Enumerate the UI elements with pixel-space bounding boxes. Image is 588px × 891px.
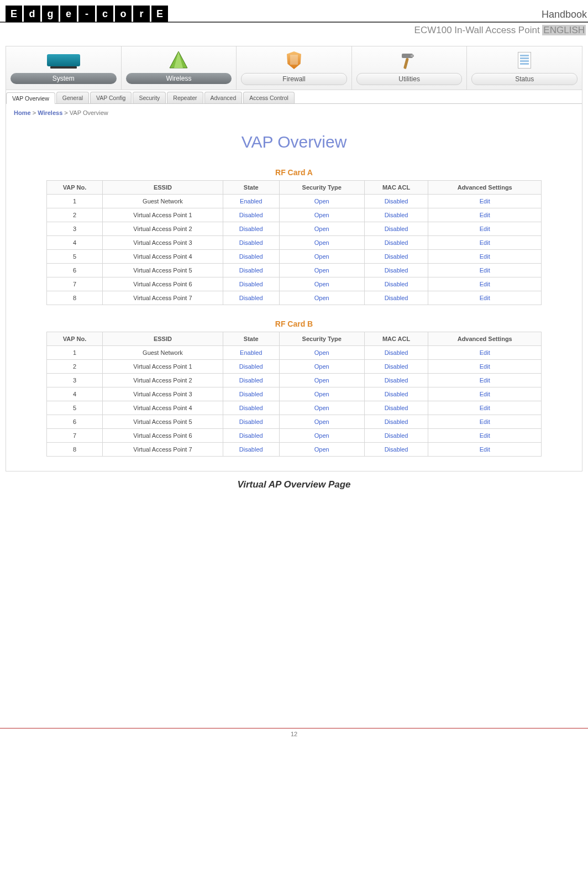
cell-macacl-link[interactable]: Disabled	[385, 295, 408, 301]
cell-security[interactable]: Open	[279, 387, 364, 401]
cell-state[interactable]: Enabled	[223, 346, 279, 360]
cell-security[interactable]: Open	[279, 222, 364, 236]
cell-advanced[interactable]: Edit	[428, 360, 542, 374]
cell-macacl[interactable]: Disabled	[364, 277, 428, 291]
cell-macacl-link[interactable]: Disabled	[385, 281, 408, 287]
sub-tab-access-control[interactable]: Access Control	[243, 92, 295, 103]
cell-advanced-link[interactable]: Edit	[480, 391, 490, 397]
cell-security-link[interactable]: Open	[314, 349, 329, 356]
main-tab-system[interactable]: System	[6, 46, 122, 90]
main-tab-status[interactable]: Status	[467, 46, 582, 90]
cell-state-link[interactable]: Disabled	[239, 253, 263, 260]
sub-tab-vap-overview[interactable]: VAP Overview	[6, 92, 55, 104]
cell-macacl[interactable]: Disabled	[364, 222, 428, 236]
cell-state[interactable]: Disabled	[223, 291, 279, 305]
cell-security[interactable]: Open	[279, 277, 364, 291]
cell-state[interactable]: Disabled	[223, 208, 279, 222]
breadcrumb-home[interactable]: Home	[14, 109, 31, 116]
cell-security[interactable]: Open	[279, 208, 364, 222]
cell-advanced[interactable]: Edit	[428, 415, 542, 429]
cell-macacl-link[interactable]: Disabled	[385, 432, 408, 439]
cell-state-link[interactable]: Enabled	[240, 349, 262, 356]
cell-advanced-link[interactable]: Edit	[480, 377, 490, 384]
cell-macacl[interactable]: Disabled	[364, 443, 428, 457]
cell-macacl[interactable]: Disabled	[364, 195, 428, 208]
cell-security[interactable]: Open	[279, 443, 364, 457]
cell-state-link[interactable]: Disabled	[239, 212, 263, 218]
cell-security-link[interactable]: Open	[314, 212, 329, 218]
cell-security[interactable]: Open	[279, 374, 364, 387]
cell-state-link[interactable]: Disabled	[239, 405, 263, 411]
cell-security-link[interactable]: Open	[314, 267, 329, 274]
cell-advanced[interactable]: Edit	[428, 208, 542, 222]
cell-advanced[interactable]: Edit	[428, 291, 542, 305]
cell-advanced[interactable]: Edit	[428, 277, 542, 291]
cell-advanced-link[interactable]: Edit	[480, 418, 490, 425]
cell-advanced-link[interactable]: Edit	[480, 226, 490, 232]
cell-state[interactable]: Disabled	[223, 264, 279, 277]
cell-advanced[interactable]: Edit	[428, 236, 542, 250]
cell-advanced-link[interactable]: Edit	[480, 239, 490, 246]
cell-advanced[interactable]: Edit	[428, 264, 542, 277]
main-tab-wireless[interactable]: Wireless	[122, 46, 237, 90]
cell-macacl[interactable]: Disabled	[364, 429, 428, 443]
cell-security[interactable]: Open	[279, 346, 364, 360]
cell-advanced-link[interactable]: Edit	[480, 405, 490, 411]
cell-advanced[interactable]: Edit	[428, 443, 542, 457]
breadcrumb-section[interactable]: Wireless	[38, 109, 62, 116]
cell-state-link[interactable]: Disabled	[239, 418, 263, 425]
sub-tab-general[interactable]: General	[56, 92, 89, 103]
cell-advanced[interactable]: Edit	[428, 387, 542, 401]
cell-security-link[interactable]: Open	[314, 418, 329, 425]
cell-security[interactable]: Open	[279, 264, 364, 277]
sub-tab-security[interactable]: Security	[133, 92, 166, 103]
main-tab-utilities[interactable]: Utilities	[352, 46, 468, 90]
cell-security-link[interactable]: Open	[314, 405, 329, 411]
cell-advanced-link[interactable]: Edit	[480, 295, 490, 301]
cell-macacl-link[interactable]: Disabled	[385, 198, 408, 205]
cell-advanced-link[interactable]: Edit	[480, 281, 490, 287]
cell-macacl[interactable]: Disabled	[364, 401, 428, 415]
cell-security-link[interactable]: Open	[314, 281, 329, 287]
cell-advanced-link[interactable]: Edit	[480, 267, 490, 274]
cell-security[interactable]: Open	[279, 195, 364, 208]
cell-state-link[interactable]: Disabled	[239, 363, 263, 370]
cell-security[interactable]: Open	[279, 291, 364, 305]
cell-macacl-link[interactable]: Disabled	[385, 226, 408, 232]
cell-advanced-link[interactable]: Edit	[480, 198, 490, 205]
cell-state[interactable]: Disabled	[223, 415, 279, 429]
cell-security[interactable]: Open	[279, 429, 364, 443]
cell-state-link[interactable]: Disabled	[239, 267, 263, 274]
cell-advanced-link[interactable]: Edit	[480, 446, 490, 453]
cell-advanced[interactable]: Edit	[428, 401, 542, 415]
cell-security-link[interactable]: Open	[314, 377, 329, 384]
cell-security[interactable]: Open	[279, 236, 364, 250]
cell-macacl[interactable]: Disabled	[364, 264, 428, 277]
cell-security[interactable]: Open	[279, 401, 364, 415]
cell-advanced-link[interactable]: Edit	[480, 253, 490, 260]
cell-state-link[interactable]: Enabled	[240, 198, 262, 205]
cell-macacl-link[interactable]: Disabled	[385, 418, 408, 425]
cell-security-link[interactable]: Open	[314, 391, 329, 397]
cell-security-link[interactable]: Open	[314, 226, 329, 232]
cell-state[interactable]: Disabled	[223, 277, 279, 291]
cell-macacl[interactable]: Disabled	[364, 346, 428, 360]
main-tab-firewall[interactable]: Firewall	[237, 46, 352, 90]
sub-tab-repeater[interactable]: Repeater	[167, 92, 203, 103]
cell-state[interactable]: Disabled	[223, 387, 279, 401]
cell-security-link[interactable]: Open	[314, 253, 329, 260]
cell-macacl-link[interactable]: Disabled	[385, 267, 408, 274]
sub-tab-advanced[interactable]: Advanced	[204, 92, 243, 103]
cell-state[interactable]: Disabled	[223, 222, 279, 236]
cell-state[interactable]: Disabled	[223, 236, 279, 250]
cell-macacl-link[interactable]: Disabled	[385, 405, 408, 411]
cell-macacl[interactable]: Disabled	[364, 250, 428, 264]
cell-advanced[interactable]: Edit	[428, 429, 542, 443]
cell-state[interactable]: Disabled	[223, 429, 279, 443]
cell-state[interactable]: Disabled	[223, 374, 279, 387]
sub-tab-vap-config[interactable]: VAP Config	[90, 92, 132, 103]
cell-advanced[interactable]: Edit	[428, 250, 542, 264]
cell-state-link[interactable]: Disabled	[239, 446, 263, 453]
cell-state-link[interactable]: Disabled	[239, 391, 263, 397]
cell-macacl[interactable]: Disabled	[364, 291, 428, 305]
